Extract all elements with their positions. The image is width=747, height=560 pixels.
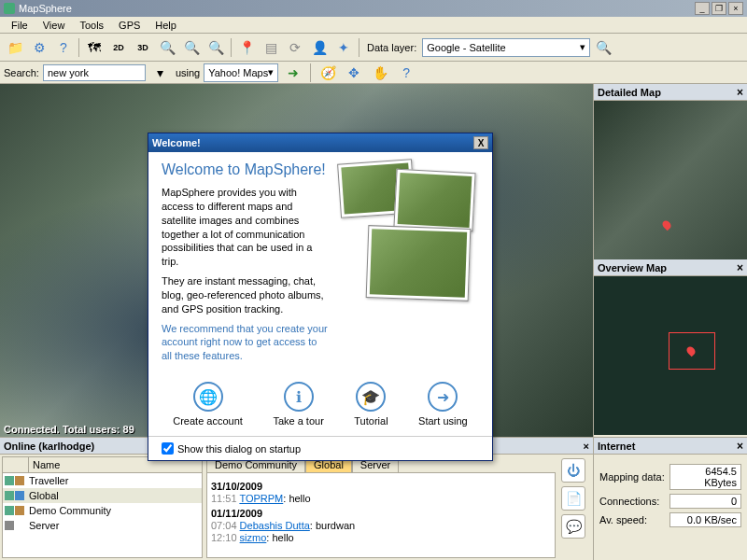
tutorial-button[interactable]: 🎓Tutorial	[354, 382, 388, 427]
detailed-map-header: Detailed Map ×	[594, 84, 747, 101]
search-input[interactable]	[43, 64, 146, 81]
welcome-p1: MapSphere provides you with access to di…	[162, 186, 330, 269]
chevron-down-icon: ▾	[580, 41, 585, 53]
app-title: MapSphere	[19, 3, 72, 14]
show-startup-checkbox[interactable]	[162, 442, 174, 455]
welcome-recommend: We recommend that you create your accoun…	[162, 322, 330, 364]
menu-gps[interactable]: GPS	[111, 18, 148, 33]
layer-icon[interactable]: ▤	[260, 36, 282, 59]
welcome-illustration	[339, 161, 479, 369]
user-list: Name Traveller Global Demo Community Ser…	[2, 456, 203, 558]
info-icon[interactable]: ?	[395, 62, 417, 84]
chat-log[interactable]: 31/10/2009 11:51 TOPRPM: hello 01/11/200…	[206, 472, 556, 558]
menu-tools[interactable]: Tools	[72, 18, 111, 33]
internet-panel-header: Internet ×	[594, 438, 747, 455]
close-icon[interactable]: ×	[737, 86, 743, 99]
map-icon[interactable]: 🗺	[83, 36, 106, 59]
detailed-map[interactable]	[594, 101, 747, 259]
pan-icon[interactable]: ✋	[369, 62, 391, 84]
connection-status: Connected. Total users: 89	[4, 424, 134, 435]
open-icon[interactable]: 📁	[4, 36, 26, 59]
menu-file[interactable]: File	[4, 18, 35, 33]
compass-icon[interactable]: ✦	[332, 36, 355, 59]
welcome-p2: They are instant messaging, chat, blog, …	[162, 274, 330, 316]
search-using-label: using	[176, 67, 200, 78]
menu-help[interactable]: Help	[148, 18, 184, 33]
3d-icon[interactable]: 3D	[132, 36, 154, 59]
dialog-titlebar[interactable]: Welcome! X	[148, 133, 492, 152]
data-layer-label: Data layer:	[363, 42, 420, 53]
welcome-heading: Welcome to MapSphere!	[162, 161, 330, 178]
minimize-button[interactable]: _	[695, 2, 710, 15]
nav-icon[interactable]: 🧭	[317, 62, 339, 84]
take-tour-button[interactable]: ℹTake a tour	[273, 382, 323, 427]
chat-icon[interactable]: 💬	[561, 514, 585, 539]
menubar: File View Tools GPS Help	[0, 17, 747, 34]
titlebar: MapSphere _ ❐ ×	[0, 0, 747, 17]
chevron-down-icon: ▾	[268, 66, 274, 78]
create-account-button[interactable]: 🌐Create account	[173, 382, 243, 427]
data-layer-select[interactable]: Google - Satellite▾	[422, 38, 590, 57]
settings-icon[interactable]: ⚙	[28, 36, 50, 59]
start-using-button[interactable]: ➜Start using	[418, 382, 468, 427]
welcome-dialog: Welcome! X Welcome to MapSphere! MapSphe…	[148, 133, 493, 461]
overview-map-header: Overview Map ×	[594, 259, 747, 276]
close-icon[interactable]: ×	[737, 440, 743, 453]
power-icon[interactable]: ⏻	[561, 458, 585, 483]
list-item[interactable]: Global	[3, 488, 202, 503]
app-icon	[4, 3, 15, 14]
help-icon[interactable]: ?	[52, 36, 75, 59]
show-startup-label: Show this dialog on startup	[177, 443, 301, 455]
go-icon[interactable]: 🔍	[592, 36, 614, 59]
fullscreen-icon[interactable]: ✥	[343, 62, 365, 84]
menu-view[interactable]: View	[35, 18, 73, 33]
close-button[interactable]: ×	[728, 2, 743, 15]
list-item[interactable]: Server	[3, 518, 202, 533]
list-item[interactable]: Demo Community	[3, 503, 202, 518]
2d-icon[interactable]: 2D	[107, 36, 130, 59]
main-toolbar: 📁 ⚙ ? 🗺 2D 3D 🔍 🔍 🔍 📍 ▤ ⟳ 👤 ✦ Data layer…	[0, 34, 747, 62]
search-engine-select[interactable]: Yahoo! Maps▾	[204, 63, 278, 82]
search-dropdown-icon[interactable]: ▾	[149, 62, 172, 84]
search-go-icon[interactable]: ➜	[282, 62, 304, 84]
doc-icon[interactable]: 📄	[561, 486, 585, 511]
close-icon[interactable]: ×	[737, 261, 743, 274]
track-icon[interactable]: ⟳	[284, 36, 306, 59]
maximize-button[interactable]: ❐	[712, 2, 726, 15]
zoom-in-icon[interactable]: 🔍	[204, 36, 227, 59]
overview-map[interactable]	[594, 276, 747, 435]
close-icon[interactable]: ×	[584, 441, 589, 452]
list-item[interactable]: Traveller	[3, 473, 202, 488]
search-toolbar: Search: ▾ using Yahoo! Maps▾ ➜ 🧭 ✥ ✋ ?	[0, 62, 747, 84]
search-label: Search:	[4, 67, 39, 78]
marker-icon[interactable]: 📍	[235, 36, 258, 59]
user-icon[interactable]: 👤	[308, 36, 331, 59]
close-icon[interactable]: X	[473, 136, 488, 149]
zoom-out-icon[interactable]: 🔍	[156, 36, 178, 59]
zoom-reset-icon[interactable]: 🔍	[180, 36, 203, 59]
